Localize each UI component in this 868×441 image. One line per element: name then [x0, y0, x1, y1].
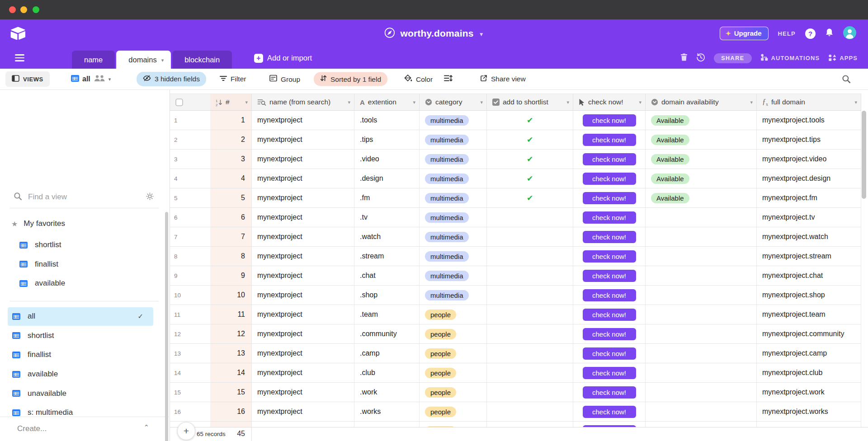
cell-category[interactable]: multimedia [420, 111, 487, 130]
cell-num[interactable]: 7 [210, 227, 252, 246]
cell-domain-availability[interactable] [646, 208, 757, 227]
row-number[interactable]: 4 [170, 169, 210, 188]
cell-category[interactable]: people [420, 324, 487, 343]
cell-full-domain[interactable]: mynextproject.team [757, 305, 861, 324]
cell-extension[interactable]: .studio [354, 422, 420, 427]
cell-extension[interactable]: .tips [354, 130, 420, 149]
cell-check-now[interactable]: check now! [573, 130, 646, 149]
sidebar-view-finallist[interactable]: finallist [0, 255, 164, 274]
column-header-ext[interactable]: Aextention▾ [354, 94, 420, 111]
cell-add-to-shortlist[interactable] [487, 266, 573, 285]
cell-category[interactable]: multimedia [420, 169, 487, 188]
cell-num[interactable]: 15 [210, 383, 252, 402]
check-now-button[interactable]: check now! [583, 367, 636, 379]
column-header-fulldomain[interactable]: ƒxfull domain▾ [757, 94, 861, 111]
cell-domain-availability[interactable] [646, 363, 757, 382]
cell-num[interactable]: 14 [210, 363, 252, 382]
chevron-down-icon[interactable]: ▾ [161, 57, 164, 63]
check-now-button[interactable]: check now! [583, 328, 636, 340]
row-number[interactable]: 16 [170, 402, 210, 421]
cell-category[interactable]: multimedia [420, 266, 487, 285]
cell-check-now[interactable]: check now! [573, 111, 646, 130]
cell-num[interactable]: 13 [210, 344, 252, 363]
chevron-down-icon[interactable]: ▾ [750, 99, 753, 105]
cell-category[interactable]: multimedia [420, 227, 487, 246]
cell-full-domain[interactable]: mynextproject.club [757, 363, 861, 382]
question-mark-icon[interactable]: ? [805, 28, 816, 39]
cell-domain-availability[interactable]: Available [646, 188, 757, 207]
cell-category[interactable]: people [420, 305, 487, 324]
cell-add-to-shortlist[interactable] [487, 286, 573, 305]
cell-full-domain[interactable]: mynextproject.studio [757, 422, 861, 427]
check-now-button[interactable]: check now! [583, 114, 636, 127]
cell-name[interactable]: mynextproject [252, 150, 354, 169]
cell-name[interactable]: mynextproject [252, 266, 354, 285]
cell-add-to-shortlist[interactable] [487, 324, 573, 343]
cell-domain-availability[interactable] [646, 383, 757, 402]
check-now-button[interactable]: check now! [583, 250, 636, 263]
cell-category[interactable]: multimedia [420, 130, 487, 149]
row-height-button[interactable] [444, 75, 453, 84]
cell-name[interactable]: mynextproject [252, 402, 354, 421]
cell-category[interactable]: multimedia [420, 247, 487, 266]
check-now-button[interactable]: check now! [583, 406, 636, 418]
cell-extension[interactable]: .camp [354, 344, 420, 363]
sidebar-view-available[interactable]: available [0, 365, 164, 384]
cell-add-to-shortlist[interactable] [487, 383, 573, 402]
check-now-button[interactable]: check now! [583, 347, 636, 360]
cell-add-to-shortlist[interactable]: ✔ [487, 130, 573, 149]
cell-full-domain[interactable]: mynextproject.video [757, 150, 861, 169]
row-number[interactable]: 3 [170, 150, 210, 169]
cell-category[interactable]: multimedia [420, 208, 487, 227]
cell-category[interactable]: multimedia [420, 286, 487, 305]
cell-domain-availability[interactable]: Available [646, 130, 757, 149]
cell-extension[interactable]: .tv [354, 208, 420, 227]
column-header-name[interactable]: name (from search)▾ [252, 94, 354, 111]
row-number[interactable]: 5 [170, 188, 210, 207]
row-number[interactable]: 14 [170, 363, 210, 382]
create-view-button[interactable]: Create... [17, 424, 47, 433]
cell-category[interactable]: people [420, 383, 487, 402]
cell-full-domain[interactable]: mynextproject.shop [757, 286, 861, 305]
row-number[interactable]: 7 [170, 227, 210, 246]
cell-check-now[interactable]: check now! [573, 383, 646, 402]
sidebar-view-available[interactable]: available [0, 274, 164, 293]
cell-add-to-shortlist[interactable] [487, 344, 573, 363]
cell-name[interactable]: mynextproject [252, 130, 354, 149]
filter-button[interactable]: Filter [220, 75, 246, 83]
check-now-button[interactable]: check now! [583, 211, 636, 224]
group-button[interactable]: Group [269, 75, 300, 84]
hidden-fields-button[interactable]: 3 hidden fields [137, 72, 206, 86]
cell-category[interactable]: multimedia [420, 150, 487, 169]
cell-num[interactable]: 1 [210, 111, 252, 130]
check-now-button[interactable]: check now! [583, 192, 636, 204]
cell-check-now[interactable]: check now! [573, 324, 646, 343]
upgrade-button[interactable]: ✦ Upgrade [720, 27, 769, 40]
cell-num[interactable]: 5 [210, 188, 252, 207]
column-header-shortlist[interactable]: add to shortlist▾ [487, 94, 573, 111]
check-now-button[interactable]: check now! [583, 270, 636, 282]
cell-name[interactable]: mynextproject [252, 111, 354, 130]
sidebar-view-s-multimedia[interactable]: s: multimedia [0, 403, 164, 417]
cell-num[interactable]: 10 [210, 286, 252, 305]
cell-domain-availability[interactable] [646, 324, 757, 343]
cell-extension[interactable]: .watch [354, 227, 420, 246]
cell-domain-availability[interactable] [646, 227, 757, 246]
check-now-button[interactable]: check now! [583, 134, 636, 146]
cell-add-to-shortlist[interactable] [487, 305, 573, 324]
row-number[interactable]: 1 [170, 111, 210, 130]
help-button[interactable]: HELP [778, 30, 796, 37]
cell-full-domain[interactable]: mynextproject.watch [757, 227, 861, 246]
row-number[interactable]: 6 [170, 208, 210, 227]
cell-extension[interactable]: .fm [354, 188, 420, 207]
chevron-down-icon[interactable]: ▾ [639, 99, 642, 105]
tab-blockchain[interactable]: blockchain [172, 51, 232, 69]
cell-domain-availability[interactable] [646, 305, 757, 324]
cell-check-now[interactable]: check now! [573, 422, 646, 427]
cell-domain-availability[interactable] [646, 422, 757, 427]
tab-name[interactable]: name [72, 51, 115, 69]
view-settings-gear-icon[interactable] [146, 192, 154, 202]
cell-check-now[interactable]: check now! [573, 188, 646, 207]
cell-check-now[interactable]: check now! [573, 286, 646, 305]
hamburger-menu-icon[interactable] [15, 54, 24, 61]
